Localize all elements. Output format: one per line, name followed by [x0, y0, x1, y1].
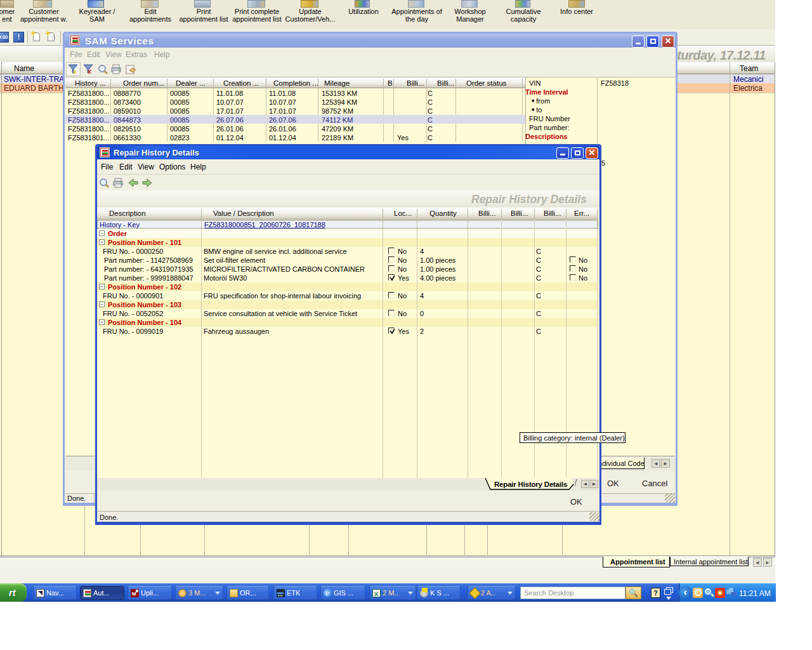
svg-text:+: + [73, 68, 77, 75]
svg-text:x: x [88, 67, 92, 75]
